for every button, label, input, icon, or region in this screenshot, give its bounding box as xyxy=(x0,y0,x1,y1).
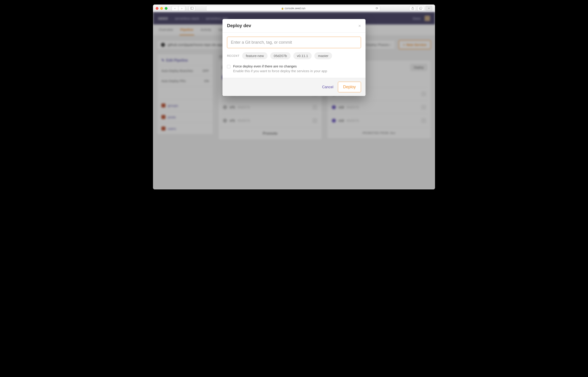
sidebar-toggle-button[interactable] xyxy=(188,6,195,11)
recent-chip[interactable]: feature-new xyxy=(242,52,267,59)
back-button[interactable]: ‹ xyxy=(172,6,178,11)
force-deploy-sublabel: Enable this if you want to force deploy … xyxy=(233,69,327,73)
svg-rect-0 xyxy=(190,7,193,10)
lock-icon: 🔒 xyxy=(281,7,284,10)
nav-buttons: ‹ › xyxy=(172,6,185,11)
force-deploy-checkbox[interactable] xyxy=(227,65,230,68)
url-text: console.seed.run xyxy=(285,7,305,10)
modal-overlay: Deploy dev × RECENT feature-new 05d207b … xyxy=(153,12,435,189)
deploy-button[interactable]: Deploy xyxy=(338,82,361,92)
force-deploy-label: Force deploy even if there are no change… xyxy=(233,64,327,68)
cancel-button[interactable]: Cancel xyxy=(322,85,333,89)
close-window-icon[interactable] xyxy=(156,7,158,10)
new-tab-button[interactable]: + xyxy=(425,6,432,11)
recent-chip[interactable]: 05d207b xyxy=(270,52,291,59)
address-bar[interactable]: 🔒 console.seed.run ⟳ xyxy=(206,6,380,11)
browser-window: ‹ › 🔒 console.seed.run ⟳ + SEED › xyxy=(153,4,435,189)
browser-titlebar: ‹ › 🔒 console.seed.run ⟳ + xyxy=(153,4,435,12)
minimize-window-icon[interactable] xyxy=(160,7,163,10)
modal-title: Deploy dev xyxy=(227,23,251,28)
maximize-window-icon[interactable] xyxy=(165,7,167,10)
forward-button[interactable]: › xyxy=(178,6,185,11)
git-ref-input[interactable] xyxy=(227,37,361,48)
traffic-lights xyxy=(156,7,167,10)
share-button[interactable] xyxy=(409,6,416,11)
tabs-button[interactable] xyxy=(417,6,424,11)
svg-rect-4 xyxy=(420,7,422,9)
recent-label: RECENT xyxy=(227,54,239,58)
close-icon[interactable]: × xyxy=(358,24,361,28)
reload-icon[interactable]: ⟳ xyxy=(376,7,378,10)
deploy-modal: Deploy dev × RECENT feature-new 05d207b … xyxy=(223,19,365,96)
recent-chip[interactable]: v0.11.1 xyxy=(293,52,312,59)
recent-chip[interactable]: master xyxy=(314,52,332,59)
